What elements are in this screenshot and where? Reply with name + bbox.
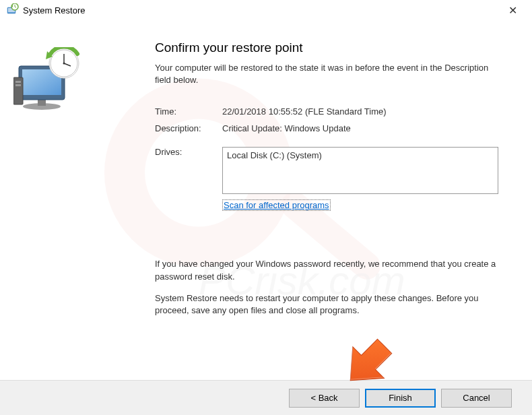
page-heading: Confirm your restore point <box>155 40 498 55</box>
restore-mini-icon <box>7 3 19 18</box>
window-title: System Restore <box>23 5 85 15</box>
time-value: 22/01/2018 10:55:52 (FLE Standard Time) <box>222 106 498 117</box>
password-warning-text: If you have changed your Windows passwor… <box>155 258 498 282</box>
back-button[interactable]: < Back <box>289 389 360 408</box>
title-bar: System Restore ✕ <box>0 0 532 20</box>
restart-warning-text: System Restore needs to restart your com… <box>155 292 498 317</box>
description-value: Critical Update: Windows Update <box>222 123 498 133</box>
cancel-button[interactable]: Cancel <box>441 389 512 408</box>
time-label: Time: <box>155 106 222 117</box>
restore-large-icon <box>13 47 141 113</box>
page-subtext: Your computer will be restored to the st… <box>155 62 498 86</box>
svg-rect-12 <box>15 81 21 83</box>
drives-list[interactable]: Local Disk (C:) (System) <box>222 147 498 194</box>
close-button[interactable]: ✕ <box>500 3 525 18</box>
drive-item: Local Disk (C:) (System) <box>227 150 322 160</box>
button-bar: < Back Finish Cancel <box>0 380 532 415</box>
drives-label: Drives: <box>155 147 222 194</box>
svg-point-18 <box>63 63 65 65</box>
finish-button[interactable]: Finish <box>365 389 436 408</box>
scan-affected-link[interactable]: Scan for affected programs <box>222 199 331 211</box>
svg-rect-13 <box>15 84 21 86</box>
description-label: Description: <box>155 123 222 133</box>
